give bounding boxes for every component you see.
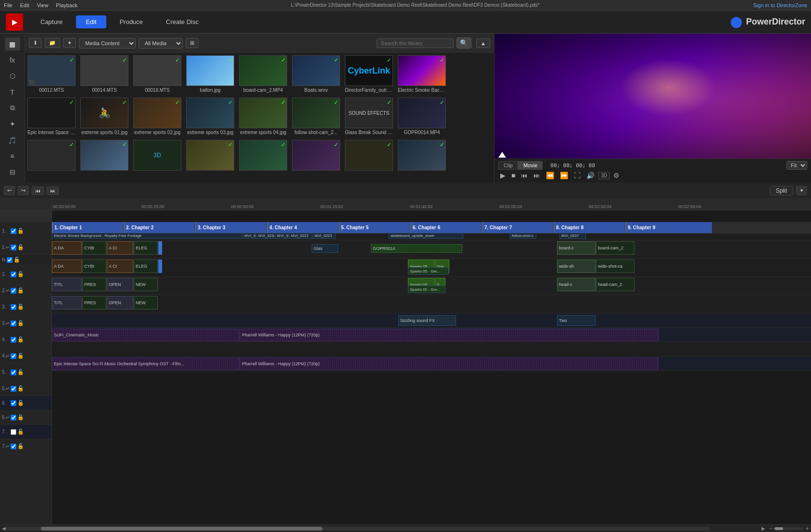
clip-v2-gopr[interactable]: GOPR0014 (371, 244, 462, 253)
menu-edit[interactable]: Edit (20, 2, 29, 8)
clip-m6-scifi[interactable]: SciFi_Cinematic_Music (52, 329, 240, 341)
clip-v5-new[interactable]: NEW (134, 296, 158, 309)
track-v3-lock[interactable]: 🔓 (17, 304, 24, 310)
chapter-9[interactable]: 9. Chapter 9 (625, 222, 712, 233)
chapter-1[interactable]: 1. Chapter 1 (52, 222, 123, 233)
stop-btn[interactable]: ■ (509, 171, 517, 180)
grid-view-btn[interactable]: ⊞ (186, 38, 199, 48)
chapter-4[interactable]: 4. Chapter 4 (267, 222, 338, 233)
audio-icon[interactable]: 🎵 (5, 134, 20, 147)
media-item-epicspace[interactable]: ✓ Epic Intense Space S... (25, 95, 78, 137)
clip-v2-cyb[interactable]: CYBI (82, 241, 106, 255)
track-v4-lock[interactable]: 🔓 (17, 336, 24, 343)
media-item-gopr0014[interactable]: ✓ GOPR0014.MP4 (395, 95, 448, 137)
tl-undo-btn[interactable]: ↩ (4, 186, 15, 195)
next-clip-btn[interactable]: ⏩ (558, 171, 570, 180)
chapter-6[interactable]: 6. Chapter 6 (410, 222, 482, 233)
fit-dropdown[interactable]: Fit (786, 161, 807, 170)
vol-plus-btn[interactable]: + (805, 525, 809, 532)
track-v1-check[interactable] (11, 228, 16, 234)
clip-v2-boardcam[interactable]: board-c (557, 241, 596, 255)
volume-slider[interactable] (774, 527, 803, 530)
clip-v5-titl[interactable]: TITL (52, 296, 82, 309)
media-item-directorfamily[interactable]: CyberLink ✓ DirectorFamily_outro... (342, 53, 395, 95)
clip-v4-titl[interactable]: TITL (52, 278, 82, 291)
sign-in-link[interactable]: Sign in to DirectorZone (753, 2, 808, 8)
track-v2-check[interactable] (11, 272, 16, 277)
clip-v4-pres[interactable]: PRES (82, 278, 106, 291)
fx-icon[interactable]: fx (5, 53, 20, 66)
pip-icon[interactable]: ⧉ (5, 101, 20, 114)
media-folder-btn[interactable]: 📁 (45, 38, 60, 48)
clip-v5-open[interactable]: OPEN (107, 296, 133, 309)
media-import-btn[interactable]: ⬇ (29, 38, 42, 48)
track-a7b-lock[interactable]: 🔓 (17, 443, 24, 449)
play-btn[interactable]: ▶ (498, 171, 507, 180)
split-button[interactable]: Split (770, 186, 793, 196)
nav-create-disc[interactable]: Create Disc (156, 15, 208, 28)
clip-m6-pharrell[interactable]: Pharrell Williams - Happy (12PM) (720p) (240, 329, 659, 341)
track-fx-lock[interactable]: 🔓 (13, 257, 20, 263)
clip-v3-eleg[interactable]: ELEG (134, 260, 158, 273)
tl-magic-btn[interactable]: ✦ (796, 186, 807, 195)
track-v5a-check[interactable] (11, 386, 16, 392)
clip-m7-pharrell[interactable]: Pharrell Williams - Happy (12PM) (720p) (240, 358, 659, 370)
track-v1-lock[interactable]: 🔓 (17, 228, 24, 234)
menu-view[interactable]: View (37, 2, 49, 8)
track-v3a-lock[interactable]: 🔓 (17, 320, 24, 326)
track-v5-lock[interactable]: 🔓 (17, 369, 24, 375)
clip-a5-sizzling[interactable]: Sizzling sound FX (398, 315, 456, 326)
clip-v3-widesh[interactable]: wide-sh (557, 260, 596, 273)
next-frame-btn[interactable]: ⏭ (532, 171, 542, 180)
media-item-boats[interactable]: ✓ Boats.wmv (290, 53, 342, 95)
chapter-8[interactable]: 8. Chapter 8 (554, 222, 625, 233)
horizontal-scrollbar[interactable]: ◀ ▶ − + (0, 524, 811, 532)
transition-icon[interactable]: ⬡ (5, 70, 20, 83)
track-v3-check[interactable] (11, 304, 16, 310)
clip-a5-two[interactable]: Two (557, 315, 596, 326)
timeline-scroll-area[interactable]: 00:00:00:00 00:00:25:00 00:00:50:00 00:0… (52, 199, 811, 524)
media-item-00014mts[interactable]: ✓ 00014.MTS (78, 53, 131, 95)
chapter-7[interactable]: 7. Chapter 7 (482, 222, 553, 233)
prev-frame-btn[interactable]: ⏮ (519, 171, 530, 180)
search-button[interactable]: 🔍 (456, 37, 471, 49)
clip-m7-epic[interactable]: Epic Intense Space Sci Fi Music Orchestr… (52, 358, 240, 370)
vol-minus-btn[interactable]: − (769, 525, 773, 532)
media-item-boardcam2[interactable]: ✓ board-cam_2.MP4 (237, 53, 290, 95)
scroll-up-btn[interactable]: ▲ (476, 38, 490, 48)
clip-v2-ada[interactable]: A DA (52, 241, 82, 255)
media-item-followshot[interactable]: ✓ follow-shot-cam_2... (290, 95, 342, 137)
media-item-extremesports01[interactable]: ✓ 🚴 extreme sports 01.jpg (78, 95, 131, 137)
media-item-extremesports03[interactable]: ✓ extreme sports 03.jpg (184, 95, 237, 137)
track-a6b-check[interactable] (11, 415, 16, 421)
particle-icon[interactable]: ✦ (5, 118, 20, 131)
nav-produce[interactable]: Produce (110, 15, 152, 28)
chapter-2[interactable]: 2. Chapter 2 (124, 222, 195, 233)
prev-clip-btn[interactable]: ⏪ (544, 171, 556, 180)
3d-btn[interactable]: 3D (598, 172, 609, 179)
clip-v4-open[interactable]: OPEN (107, 278, 133, 291)
media-item-r3f[interactable]: ✓ (290, 137, 342, 174)
media-item-r3g[interactable]: ✓ (342, 137, 395, 174)
clip-v4-headcam2[interactable]: head-cam_2 (596, 278, 634, 291)
magic-movie-btn[interactable]: ✦ (63, 38, 76, 48)
track-v4-check[interactable] (11, 337, 16, 343)
media-item-00012mts[interactable]: ✓ ⬛ 00012.MTS (25, 53, 78, 95)
clip-v3-sparks-audio[interactable]: Sparks 05 - Gre... (408, 267, 449, 275)
clip-v2-glass[interactable]: Glas (312, 244, 338, 253)
media-item-glassbreaak[interactable]: SOUND EFFECTS ✓ Glass Break Sound Ef... (342, 95, 395, 137)
track-v4a-lock[interactable]: 🔓 (17, 353, 24, 359)
media-item-r3c[interactable]: 3D (131, 137, 184, 174)
scrollbar-thumb[interactable] (41, 527, 322, 531)
movie-tab[interactable]: Movie (518, 161, 543, 170)
track-a6-lock[interactable]: 🔓 (17, 400, 24, 406)
track-v2-lock[interactable]: 🔓 (17, 271, 24, 277)
clip-v4-new[interactable]: NEW (134, 278, 158, 291)
track-v1a-lock[interactable]: 🔓 (17, 244, 24, 250)
track-fx-check[interactable] (7, 257, 13, 263)
media-item-r3d[interactable]: ✓ (184, 137, 237, 174)
media-item-extremesports04[interactable]: ✓ extreme sports 04.jpg (237, 95, 290, 137)
track-v5-check[interactable] (11, 370, 16, 375)
track-v3a-check[interactable] (11, 321, 16, 326)
media-item-r3a[interactable]: ✓ (25, 137, 78, 174)
